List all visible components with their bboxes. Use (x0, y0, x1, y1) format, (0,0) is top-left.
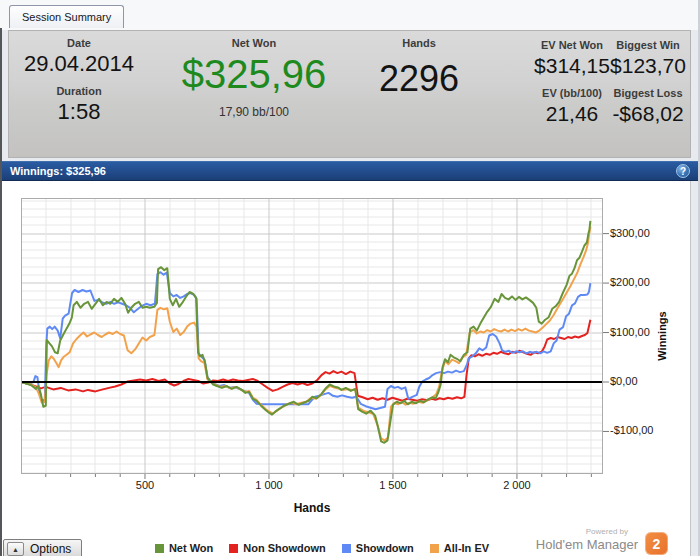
net-won-value: $325,96 (159, 51, 349, 97)
legend-item-showdown: Showdown (342, 542, 414, 554)
winnings-plot-svg[interactable] (21, 198, 613, 482)
powered-by-text: Powered by (586, 527, 628, 536)
legend-swatch-icon (155, 544, 164, 553)
biggest-win-value: $123,70 (604, 53, 692, 79)
x-tick-label: 500 (115, 479, 175, 491)
winnings-chart-panel: Winnings Hands Net WonNon ShowdownShowdo… (2, 181, 691, 556)
y-tick-label: -$100,00 (610, 424, 680, 436)
biggest-win-label: Biggest Win (604, 39, 692, 51)
options-button-label: Options (30, 542, 71, 556)
net-won-label: Net Won (159, 37, 349, 49)
x-tick-label: 2 000 (487, 479, 547, 491)
x-tick-label: 1 000 (239, 479, 299, 491)
bb-rate-value: 17,90 bb/100 (159, 105, 349, 119)
stats-col-net-won: Net Won $325,96 17,90 bb/100 (159, 31, 349, 119)
legend-item-non-showdown: Non Showdown (229, 542, 325, 554)
legend-label: Non Showdown (243, 542, 325, 554)
winnings-header-bar: Winnings: $325,96 ? (2, 161, 698, 181)
legend-swatch-icon (229, 544, 238, 553)
duration-value: 1:58 (9, 99, 149, 125)
plot-area[interactable] (21, 198, 613, 486)
stats-col-date: Date 29.04.2014 Duration 1:58 (9, 31, 149, 125)
biggest-loss-value: -$68,02 (604, 101, 692, 127)
tab-label: Session Summary (22, 11, 111, 23)
y-tick-label: $0,00 (610, 375, 680, 387)
collapse-arrow-icon[interactable]: ▲ (7, 542, 24, 556)
net-won-line (21, 221, 590, 443)
x-axis-title: Hands (232, 501, 392, 515)
hands-value: 2296 (344, 57, 494, 101)
legend-swatch-icon (430, 544, 439, 553)
plot-border (22, 199, 603, 474)
help-icon[interactable]: ? (676, 164, 690, 178)
legend-item-all-in-ev: All-In EV (430, 542, 489, 554)
tab-session-summary[interactable]: Session Summary (9, 5, 124, 28)
brand-name: Hold'em Manager (536, 537, 638, 552)
legend-item-net-won: Net Won (155, 542, 213, 554)
legend-label: Net Won (169, 542, 213, 554)
options-button[interactable]: ▲ Options (3, 539, 82, 556)
legend-label: Showdown (356, 542, 414, 554)
legend-swatch-icon (342, 544, 351, 553)
date-label: Date (9, 37, 149, 49)
non-showdown-line (21, 320, 590, 401)
biggest-loss-label: Biggest Loss (604, 87, 692, 99)
x-tick-label: 1 500 (363, 479, 423, 491)
winnings-bar-title: Winnings: $325,96 (10, 165, 106, 177)
date-value: 29.04.2014 (9, 51, 149, 77)
stats-col-hands: Hands 2296 (344, 31, 494, 101)
chart-legend: Net WonNon ShowdownShowdownAll-In EV (92, 540, 552, 556)
duration-label: Duration (9, 85, 149, 97)
session-stats-panel: Date 29.04.2014 Duration 1:58 Net Won $3… (8, 30, 691, 158)
legend-label: All-In EV (444, 542, 489, 554)
y-tick-label: $300,00 (610, 227, 680, 239)
all-in-ev-line (21, 227, 590, 441)
y-tick-label: $200,00 (610, 276, 680, 288)
stats-col-biggest: Biggest Win $123,70 Biggest Loss -$68,02 (604, 31, 692, 127)
hands-label: Hands (344, 37, 494, 49)
y-tick-label: $100,00 (610, 326, 680, 338)
holdem-manager-2-logo-icon: 2 (645, 532, 668, 555)
